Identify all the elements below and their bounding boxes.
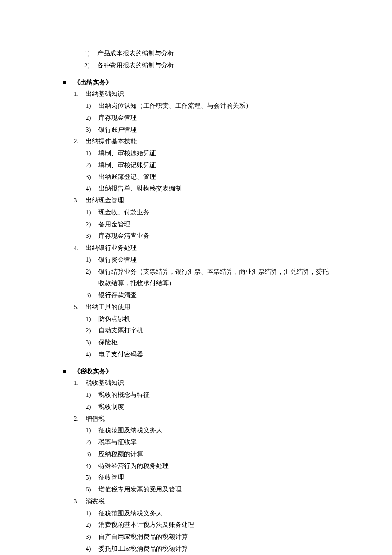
l2-item: 3)库存现金清查业务 xyxy=(86,230,330,242)
l1-item-wrap: 1.出纳基础知识 xyxy=(62,88,330,100)
l2-item: 2)税收制度 xyxy=(86,401,330,413)
l2-num: 3) xyxy=(86,448,98,460)
l2-text: 出纳岗位认知（工作职责、工作流程、与会计的关系） xyxy=(98,100,330,112)
section-title: 《税收实务》 xyxy=(74,366,112,378)
pre-item-text: 各种费用报表的编制与分析 xyxy=(97,60,330,72)
l2-num: 4) xyxy=(86,460,98,472)
l2-item: 3)自产自用应税消费品的税额计算 xyxy=(86,531,330,543)
l2-item: 4)电子支付密码器 xyxy=(86,349,330,361)
l2-item: 2)自动支票打字机 xyxy=(86,325,330,337)
l2-item: 3)保险柜 xyxy=(86,337,330,349)
bullet-icon xyxy=(63,370,66,373)
l2-item: 1)税收的概念与特征 xyxy=(86,389,330,401)
l2-num: 2) xyxy=(86,325,98,337)
l2-text: 税收制度 xyxy=(98,401,330,413)
section-head: 《税收实务》 xyxy=(62,366,330,378)
l1-num: 1. xyxy=(74,88,86,100)
pre-item-text: 产品成本报表的编制与分析 xyxy=(97,48,330,60)
l2-list: 1)填制、审核原始凭证2)填制、审核记账凭证3)出纳账簿登记、管理4)出纳报告单… xyxy=(62,147,330,195)
l2-num: 3) xyxy=(86,171,98,183)
l2-list: 1)防伪点钞机2)自动支票打字机3)保险柜4)电子支付密码器 xyxy=(62,313,330,361)
l1-item-wrap: 2.出纳操作基本技能 xyxy=(62,136,330,147)
l2-item: 2)库存现金管理 xyxy=(86,112,330,124)
l2-item: 2)税率与征收率 xyxy=(86,436,330,448)
l2-item: 3)出纳账簿登记、管理 xyxy=(86,171,330,183)
pre-item: 1)产品成本报表的编制与分析 xyxy=(84,48,330,60)
l2-item: 2)填制、审核记账凭证 xyxy=(86,159,330,171)
l2-num: 3) xyxy=(86,337,98,349)
l2-text: 征税范围及纳税义务人 xyxy=(98,425,330,436)
l1-text: 消费税 xyxy=(86,496,105,508)
l2-text: 自动支票打字机 xyxy=(98,325,330,337)
l1-item-wrap: 1.税收基础知识 xyxy=(62,377,330,389)
l2-text: 应纳税额的计算 xyxy=(98,448,330,460)
l2-num: 1) xyxy=(86,313,98,325)
l2-text: 保险柜 xyxy=(98,337,330,349)
l1-item-wrap: 3.消费税 xyxy=(62,496,330,508)
l1-num: 3. xyxy=(74,496,86,508)
l2-num: 1) xyxy=(86,425,98,436)
l2-item: 3)应纳税额的计算 xyxy=(86,448,330,460)
l2-text: 征税范围及纳税义务人 xyxy=(98,508,330,520)
l2-text: 填制、审核记账凭证 xyxy=(98,159,330,171)
l1-item: 2.出纳操作基本技能 xyxy=(74,136,330,147)
l2-num: 1) xyxy=(86,100,98,112)
l2-num: 2) xyxy=(86,112,98,124)
l2-num: 3) xyxy=(86,230,98,242)
l2-text: 防伪点钞机 xyxy=(98,313,330,325)
l1-item: 1.税收基础知识 xyxy=(74,377,330,389)
l1-text: 出纳工具的使用 xyxy=(86,301,130,313)
l2-list: 1)出纳岗位认知（工作职责、工作流程、与会计的关系）2)库存现金管理3)银行账户… xyxy=(62,100,330,136)
l2-text: 银行结算业务（支票结算，银行汇票、本票结算，商业汇票结算，汇兑结算，委托收款结算… xyxy=(98,266,330,290)
l1-item-wrap: 3.出纳现金管理 xyxy=(62,195,330,207)
l2-num: 4) xyxy=(86,543,98,555)
l1-text: 出纳银行业务处理 xyxy=(86,242,137,254)
l2-item: 6)增值税专用发票的受用及管理 xyxy=(86,484,330,496)
l2-num: 4) xyxy=(86,183,98,195)
document-body: 1)产品成本报表的编制与分析2)各种费用报表的编制与分析《出纳实务》1.出纳基础… xyxy=(62,48,330,555)
l2-list: 1)征税范围及纳税义务人2)税率与征收率3)应纳税额的计算4)特殊经营行为的税务… xyxy=(62,425,330,496)
l2-text: 银行账户管理 xyxy=(98,124,330,136)
l1-item: 1.出纳基础知识 xyxy=(74,88,330,100)
l2-num: 1) xyxy=(86,389,98,401)
l2-text: 银行资金管理 xyxy=(98,254,330,266)
l2-num: 1) xyxy=(86,254,98,266)
section: 《出纳实务》1.出纳基础知识1)出纳岗位认知（工作职责、工作流程、与会计的关系）… xyxy=(62,77,330,361)
l2-item: 4)特殊经营行为的税务处理 xyxy=(86,460,330,472)
l2-num: 2) xyxy=(86,159,98,171)
l1-text: 出纳操作基本技能 xyxy=(86,136,137,147)
l1-text: 出纳基础知识 xyxy=(86,88,124,100)
section-title: 《出纳实务》 xyxy=(74,77,112,89)
l1-num: 1. xyxy=(74,377,86,389)
section: 《税收实务》1.税收基础知识1)税收的概念与特征2)税收制度2.增值税1)征税范… xyxy=(62,366,330,555)
l1-item-wrap: 5.出纳工具的使用 xyxy=(62,301,330,313)
l2-num: 3) xyxy=(86,289,98,301)
l2-item: 1)填制、审核原始凭证 xyxy=(86,147,330,159)
pre-item: 2)各种费用报表的编制与分析 xyxy=(84,60,330,72)
l2-item: 2)消费税的基本计税方法及账务处理 xyxy=(86,519,330,531)
l2-text: 银行存款清查 xyxy=(98,289,330,301)
l2-item: 2)备用金管理 xyxy=(86,219,330,231)
l2-text: 出纳报告单、财物移交表编制 xyxy=(98,183,330,195)
l2-item: 1)出纳岗位认知（工作职责、工作流程、与会计的关系） xyxy=(86,100,330,112)
l2-item: 3)银行存款清查 xyxy=(86,289,330,301)
l2-item: 1)防伪点钞机 xyxy=(86,313,330,325)
l1-item: 3.消费税 xyxy=(74,496,330,508)
l1-item-wrap: 4.出纳银行业务处理 xyxy=(62,242,330,254)
l2-list: 1)现金收、付款业务2)备用金管理3)库存现金清查业务 xyxy=(62,207,330,242)
l1-num: 5. xyxy=(74,301,86,313)
l2-text: 增值税专用发票的受用及管理 xyxy=(98,484,330,496)
l2-num: 2) xyxy=(86,266,98,290)
l2-num: 3) xyxy=(86,124,98,136)
pre-item-num: 2) xyxy=(84,60,97,72)
l2-item: 1)征税范围及纳税义务人 xyxy=(86,508,330,520)
l2-text: 税收的概念与特征 xyxy=(98,389,330,401)
l1-item: 2.增值税 xyxy=(74,413,330,425)
l2-item: 4)委托加工应税消费品的税额计算 xyxy=(86,543,330,555)
pre-items-block: 1)产品成本报表的编制与分析2)各种费用报表的编制与分析 xyxy=(62,48,330,72)
l2-num: 1) xyxy=(86,147,98,159)
l1-num: 2. xyxy=(74,413,86,425)
l2-num: 2) xyxy=(86,219,98,231)
l1-text: 出纳现金管理 xyxy=(86,195,124,207)
l2-item: 1)银行资金管理 xyxy=(86,254,330,266)
